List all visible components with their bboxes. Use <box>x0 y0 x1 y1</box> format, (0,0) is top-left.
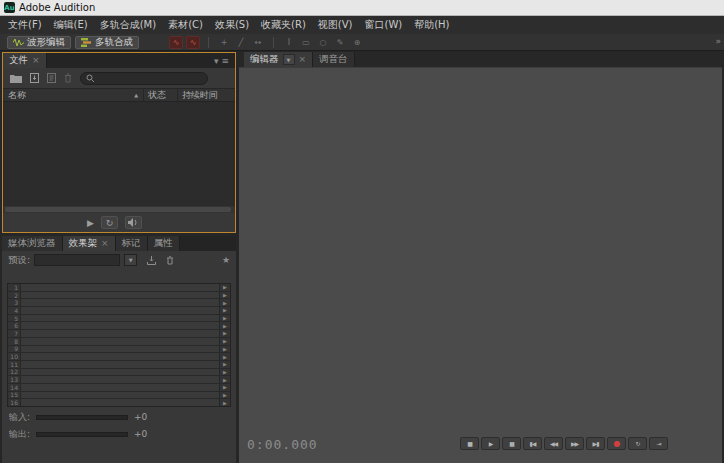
menu-item[interactable]: 多轨合成(M) <box>94 16 162 34</box>
rack-slot-arrow-icon[interactable]: ▶ <box>219 392 230 399</box>
time-selection-tool-icon[interactable]: I <box>282 36 296 49</box>
rack-slot-arrow-icon[interactable]: ▶ <box>219 299 230 306</box>
rack-slot[interactable] <box>21 346 219 353</box>
rack-slot[interactable] <box>21 315 219 322</box>
tab-editor[interactable]: 编辑器 ▼ × <box>244 52 313 67</box>
move-to-previous-button[interactable]: ▮◀ <box>523 437 542 450</box>
pause-button[interactable]: ▮▮ <box>502 437 521 450</box>
file-list-empty[interactable] <box>3 102 235 205</box>
favorite-star-icon[interactable]: ★ <box>222 255 230 265</box>
rack-slot[interactable] <box>21 292 219 299</box>
input-gain-value[interactable]: +0 <box>134 412 147 422</box>
rack-slot-arrow-icon[interactable]: ▶ <box>219 361 230 368</box>
menu-item[interactable]: 视图(V) <box>312 16 359 34</box>
menu-item[interactable]: 素材(C) <box>162 16 209 34</box>
menu-item[interactable]: 收藏夹(R) <box>255 16 312 34</box>
search-input[interactable] <box>99 74 202 83</box>
import-file-icon[interactable] <box>30 73 39 83</box>
rack-slot[interactable] <box>21 307 219 314</box>
open-file-icon[interactable] <box>10 74 22 83</box>
toolbar-overflow-icon[interactable]: » <box>715 36 721 46</box>
multitrack-button[interactable]: 多轨合成 <box>75 36 139 49</box>
rack-slot-arrow-icon[interactable]: ▶ <box>219 369 230 376</box>
tab-media-browser[interactable]: 媒体浏览器 <box>2 236 63 251</box>
delete-item-icon[interactable] <box>64 73 72 83</box>
column-name[interactable]: 名称 ▲ <box>3 89 143 102</box>
rack-slot[interactable] <box>21 384 219 391</box>
tab-editor-close-icon[interactable]: × <box>299 55 307 64</box>
tab-mixer[interactable]: 调音台 <box>313 52 355 67</box>
new-item-icon[interactable] <box>47 73 56 83</box>
tab-effects-rack-close-icon[interactable]: × <box>101 239 109 248</box>
tab-effects-rack[interactable]: 效果架 × <box>63 236 116 251</box>
tab-markers[interactable]: 标记 <box>116 236 148 251</box>
rack-slot[interactable] <box>21 369 219 376</box>
rack-slot-arrow-icon[interactable]: ▶ <box>219 338 230 345</box>
column-duration[interactable]: 持续时间 <box>177 89 235 101</box>
tab-files-close-icon[interactable]: × <box>32 56 40 65</box>
scrollbar-thumb[interactable] <box>5 207 231 212</box>
save-preset-icon[interactable] <box>147 256 156 265</box>
rewind-button[interactable]: ◀◀ <box>544 437 563 450</box>
sort-arrow-icon[interactable]: ▲ <box>134 92 138 98</box>
menu-item[interactable]: 文件(F) <box>2 16 48 34</box>
files-horizontal-scrollbar[interactable] <box>3 205 235 213</box>
tab-properties[interactable]: 属性 <box>148 236 180 251</box>
rack-slot[interactable] <box>21 353 219 360</box>
spectral-pitch-display-icon[interactable]: ∿ <box>186 36 200 49</box>
waveform-editor-button[interactable]: 波形编辑 <box>7 36 71 49</box>
rack-slot[interactable] <box>21 376 219 383</box>
stop-button[interactable]: ■ <box>460 437 479 450</box>
editor-dropdown-icon[interactable]: ▼ <box>283 54 295 65</box>
spectral-frequency-display-icon[interactable]: ∿ <box>169 36 183 49</box>
record-button[interactable]: ● <box>607 437 626 450</box>
tab-files[interactable]: 文件 × <box>3 53 47 68</box>
move-to-next-button[interactable]: ▶▮ <box>586 437 605 450</box>
files-search-box[interactable] <box>80 72 208 85</box>
rack-slot-arrow-icon[interactable]: ▶ <box>219 384 230 391</box>
razor-tool-icon[interactable]: ╱ <box>234 36 248 49</box>
slip-tool-icon[interactable]: ↔ <box>251 36 265 49</box>
menu-item[interactable]: 帮助(H) <box>408 16 455 34</box>
move-tool-icon[interactable]: + <box>217 36 231 49</box>
loop-playback-button[interactable]: ↻ <box>628 437 647 450</box>
fast-forward-button[interactable]: ▶▶ <box>565 437 584 450</box>
rack-slot-arrow-icon[interactable]: ▶ <box>219 284 230 291</box>
files-panel-menu[interactable]: ▾ ≡ <box>208 53 235 68</box>
preset-dropdown-icon[interactable]: ▼ <box>124 254 137 266</box>
editor-empty-area[interactable]: 0:00.000 ■▶▮▮▮◀◀◀▶▶▶▮●↻⇥ <box>239 67 722 463</box>
lasso-selection-tool-icon[interactable]: ○ <box>316 36 330 49</box>
rack-slot[interactable] <box>21 399 219 406</box>
rack-slot[interactable] <box>21 299 219 306</box>
rack-slot-arrow-icon[interactable]: ▶ <box>219 346 230 353</box>
rack-slot-arrow-icon[interactable]: ▶ <box>219 322 230 329</box>
rack-slot[interactable] <box>21 284 219 291</box>
rack-slot-arrow-icon[interactable]: ▶ <box>219 376 230 383</box>
skip-selection-button[interactable]: ⇥ <box>649 437 668 450</box>
marquee-selection-tool-icon[interactable]: ▭ <box>299 36 313 49</box>
output-gain-value[interactable]: +0 <box>134 429 147 439</box>
column-status[interactable]: 状态 <box>143 89 177 101</box>
auto-play-speaker-icon[interactable] <box>125 216 142 229</box>
rack-slot[interactable] <box>21 322 219 329</box>
rack-slot[interactable] <box>21 361 219 368</box>
rack-slot-arrow-icon[interactable]: ▶ <box>219 307 230 314</box>
rack-slot[interactable] <box>21 338 219 345</box>
play-button[interactable]: ▶ <box>481 437 500 450</box>
preset-select[interactable] <box>34 254 120 266</box>
rack-slot[interactable] <box>21 330 219 337</box>
menu-item[interactable]: 效果(S) <box>209 16 255 34</box>
rack-slot-arrow-icon[interactable]: ▶ <box>219 353 230 360</box>
rack-slot-arrow-icon[interactable]: ▶ <box>219 399 230 406</box>
menu-item[interactable]: 编辑(E) <box>48 16 94 34</box>
rack-slot[interactable] <box>21 392 219 399</box>
rack-slot-arrow-icon[interactable]: ▶ <box>219 315 230 322</box>
paintbrush-tool-icon[interactable]: ✎ <box>333 36 347 49</box>
loop-preview-icon[interactable]: ↻ <box>101 216 118 229</box>
spot-healing-brush-icon[interactable]: ⊕ <box>350 36 364 49</box>
menu-item[interactable]: 窗口(W) <box>359 16 409 34</box>
preview-play-icon[interactable]: ▶ <box>87 218 94 228</box>
rack-slot-arrow-icon[interactable]: ▶ <box>219 330 230 337</box>
rack-slot-arrow-icon[interactable]: ▶ <box>219 292 230 299</box>
delete-preset-icon[interactable] <box>166 256 174 265</box>
